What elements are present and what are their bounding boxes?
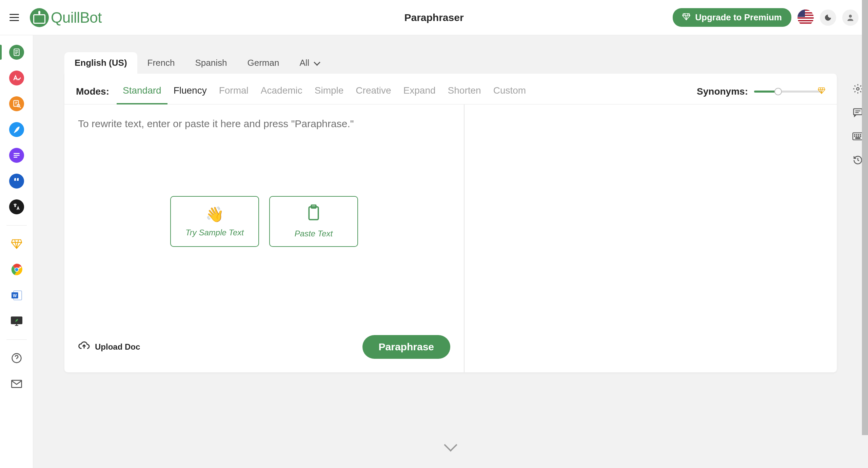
synonyms-control: Synonyms: (697, 86, 825, 97)
sidebar-premium[interactable] (9, 236, 24, 251)
lang-tab-all[interactable]: All (289, 52, 330, 74)
svg-point-22 (858, 136, 859, 137)
try-sample-label: Try Sample Text (185, 228, 244, 237)
sidebar-chrome-extension[interactable] (9, 262, 24, 277)
dark-mode-button[interactable] (820, 9, 836, 26)
sidebar-word-extension[interactable]: W (9, 288, 24, 303)
mode-standard[interactable]: Standard (117, 79, 167, 104)
lang-tab-french[interactable]: French (137, 52, 185, 74)
language-flag-button[interactable] (797, 9, 814, 26)
scrollbar[interactable] (862, 0, 868, 468)
scrollbar-thumb[interactable] (862, 0, 868, 435)
sidebar-divider-2 (6, 339, 27, 340)
mode-shorten[interactable]: Shorten (442, 79, 487, 104)
header-right: Upgrade to Premium (673, 8, 859, 27)
upload-doc-label: Upload Doc (95, 342, 140, 352)
svg-rect-14 (854, 109, 862, 115)
expand-button[interactable] (442, 439, 459, 456)
lang-tab-german[interactable]: German (237, 52, 289, 74)
clipboard-icon (306, 204, 321, 224)
page-title: Paraphraser (404, 12, 463, 23)
input-panel[interactable]: To rewrite text, enter or paste it here … (64, 104, 465, 372)
try-sample-button[interactable]: 👋 Try Sample Text (170, 196, 259, 247)
diamond-icon (682, 13, 690, 22)
paste-text-label: Paste Text (295, 229, 333, 238)
modes-label: Modes: (76, 86, 109, 97)
language-tabs: English (US) French Spanish German All (64, 52, 837, 74)
sidebar-help[interactable] (9, 351, 24, 366)
editor-card: Modes: Standard Fluency Formal Academic … (64, 74, 837, 372)
svg-text:W: W (13, 293, 17, 298)
header: QuillBot Paraphraser Upgrade to Premium (0, 0, 868, 35)
upload-doc-button[interactable]: Upload Doc (78, 341, 140, 353)
mode-academic[interactable]: Academic (255, 79, 309, 104)
menu-button[interactable] (9, 11, 23, 24)
logo[interactable]: QuillBot (30, 8, 102, 27)
synonyms-slider[interactable] (754, 91, 822, 93)
mode-fluency[interactable]: Fluency (167, 79, 213, 104)
sidebar-contact[interactable] (9, 376, 24, 391)
lang-tab-english[interactable]: English (US) (64, 52, 137, 74)
synonyms-label: Synonyms: (697, 86, 748, 97)
mode-simple[interactable]: Simple (309, 79, 350, 104)
premium-diamond-icon (818, 87, 825, 96)
output-panel (465, 104, 837, 372)
wave-icon: 👋 (205, 206, 224, 223)
svg-point-21 (856, 136, 857, 137)
modes-bar: Modes: Standard Fluency Formal Academic … (64, 74, 837, 104)
mode-formal[interactable]: Formal (213, 79, 255, 104)
upload-icon (78, 341, 90, 353)
svg-point-18 (858, 135, 859, 135)
slider-thumb[interactable] (774, 88, 782, 95)
upgrade-label: Upgrade to Premium (695, 12, 782, 23)
mode-custom[interactable]: Custom (487, 79, 532, 104)
svg-point-19 (860, 135, 861, 135)
mode-expand[interactable]: Expand (397, 79, 442, 104)
sidebar-translator[interactable] (9, 199, 24, 214)
sidebar-desktop-extension[interactable] (9, 314, 24, 329)
lang-tab-spanish[interactable]: Spanish (185, 52, 237, 74)
upgrade-button[interactable]: Upgrade to Premium (673, 8, 791, 27)
left-sidebar: W (0, 35, 33, 468)
svg-point-17 (856, 135, 857, 135)
svg-rect-25 (309, 207, 318, 220)
svg-point-0 (849, 15, 852, 18)
svg-point-16 (854, 135, 855, 135)
editor-row: To rewrite text, enter or paste it here … (64, 104, 837, 372)
input-placeholder: To rewrite text, enter or paste it here … (78, 118, 450, 130)
sidebar-grammar-checker[interactable] (9, 71, 24, 85)
svg-point-20 (854, 136, 855, 137)
logo-icon (30, 8, 49, 27)
svg-point-6 (15, 268, 18, 271)
sidebar-co-writer[interactable] (9, 122, 24, 137)
paraphrase-button[interactable]: Paraphrase (362, 335, 450, 359)
account-button[interactable] (842, 9, 859, 26)
sidebar-summarizer[interactable] (9, 148, 24, 163)
paste-text-button[interactable]: Paste Text (269, 196, 358, 247)
editor-footer: Upload Doc Paraphrase (78, 328, 450, 359)
svg-point-23 (860, 136, 861, 137)
chevron-down-icon (314, 59, 320, 66)
logo-text: QuillBot (51, 9, 102, 26)
sidebar-plagiarism-checker[interactable] (9, 96, 24, 111)
sidebar-citation-generator[interactable] (9, 174, 24, 189)
main-content: English (US) French Spanish German All M… (33, 35, 868, 468)
chevron-down-icon (444, 438, 457, 452)
svg-rect-24 (855, 138, 860, 138)
sidebar-divider (6, 225, 27, 226)
svg-point-13 (856, 87, 859, 90)
mode-creative[interactable]: Creative (350, 79, 397, 104)
helper-buttons: 👋 Try Sample Text Paste Text (170, 196, 358, 247)
sidebar-paraphraser[interactable] (9, 45, 24, 60)
